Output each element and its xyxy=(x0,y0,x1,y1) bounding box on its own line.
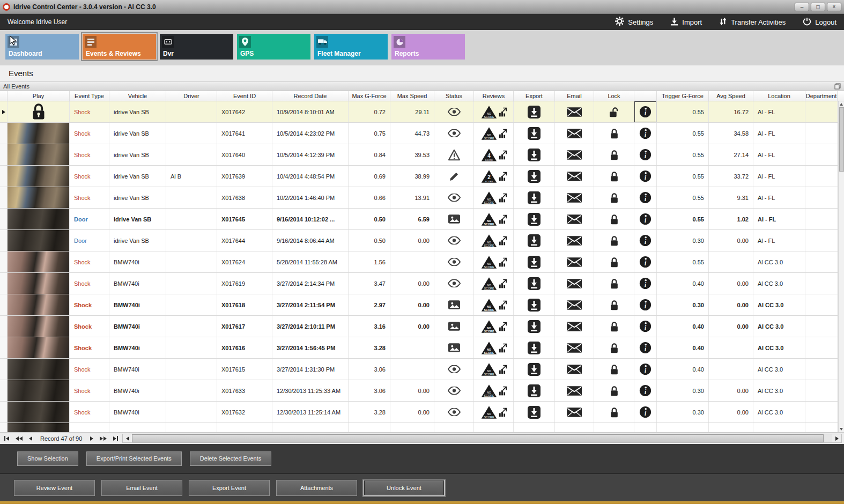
column-header-department[interactable]: Department xyxy=(805,91,838,101)
table-row[interactable]: ShockBMW740iX0176173/27/2014 2:10:11 PM3… xyxy=(0,316,844,337)
lock-cell[interactable] xyxy=(594,359,634,380)
column-header-event-type[interactable]: Event Type xyxy=(70,91,109,101)
info-cell[interactable]: i xyxy=(634,359,657,380)
email-cell[interactable] xyxy=(555,123,594,144)
status-cell[interactable] xyxy=(434,316,474,337)
export-cell[interactable] xyxy=(514,101,555,122)
status-cell[interactable] xyxy=(434,166,474,187)
expand-panel-icon[interactable] xyxy=(834,83,841,90)
unlock-event-button[interactable]: Unlock Event xyxy=(364,480,445,496)
email-cell[interactable] xyxy=(555,402,594,423)
info-cell[interactable]: i xyxy=(634,402,657,423)
lock-cell[interactable] xyxy=(594,101,634,122)
email-cell[interactable] xyxy=(555,359,594,380)
email-cell[interactable] xyxy=(555,316,594,337)
email-cell[interactable] xyxy=(555,337,594,358)
delete-selected-events-button[interactable]: Delete Selected Events xyxy=(190,451,271,466)
nav-tile-events[interactable]: Events & Reviews xyxy=(83,34,156,60)
reviews-cell[interactable]: NOSCORE xyxy=(474,380,514,401)
export-cell[interactable] xyxy=(514,166,555,187)
status-cell[interactable] xyxy=(434,359,474,380)
table-row[interactable]: Shockidrive Van SBX01763810/2/2014 1:46:… xyxy=(0,187,844,209)
column-header-event-id[interactable]: Event ID xyxy=(217,91,272,101)
reviews-cell[interactable]: NOSCORE xyxy=(474,402,514,423)
scroll-right-icon[interactable] xyxy=(832,434,841,442)
status-cell[interactable] xyxy=(434,123,474,144)
email-cell[interactable] xyxy=(555,423,594,432)
horizontal-scrollbar[interactable] xyxy=(122,434,842,443)
prev-record-button[interactable] xyxy=(26,435,35,442)
lock-cell[interactable] xyxy=(594,187,634,208)
event-play-cell[interactable] xyxy=(8,251,70,272)
table-row[interactable]: Dooridrive Van SBX0176459/16/2014 10:12:… xyxy=(0,209,844,230)
info-cell[interactable]: i xyxy=(634,380,657,401)
status-cell[interactable] xyxy=(434,380,474,401)
email-cell[interactable] xyxy=(555,273,594,294)
event-play-cell[interactable] xyxy=(8,123,70,144)
close-button[interactable]: × xyxy=(827,3,841,11)
lock-cell[interactable] xyxy=(594,166,634,187)
info-cell[interactable]: i xyxy=(634,316,657,337)
export-cell[interactable] xyxy=(514,230,555,251)
column-header-vehicle[interactable]: Vehicle xyxy=(109,91,166,101)
nav-tile-fleet[interactable]: Fleet Manager xyxy=(314,34,388,60)
column-header-lock[interactable]: Lock xyxy=(594,91,634,101)
vertical-scroll-thumb[interactable] xyxy=(839,107,844,172)
export-cell[interactable] xyxy=(514,251,555,272)
column-header-status[interactable]: Status xyxy=(434,91,474,101)
email-cell[interactable] xyxy=(555,166,594,187)
column-header-driver[interactable]: Driver xyxy=(166,91,217,101)
next-page-button[interactable] xyxy=(97,435,109,442)
email-cell[interactable] xyxy=(555,101,594,122)
email-cell[interactable] xyxy=(555,209,594,229)
status-cell[interactable] xyxy=(434,337,474,358)
column-header-reviews[interactable]: Reviews xyxy=(474,91,514,101)
export-cell[interactable] xyxy=(514,273,555,294)
table-row[interactable]: ShockBMW740iX01763312/30/2013 11:25:33 A… xyxy=(0,380,844,402)
all-events-panel-header[interactable]: All Events xyxy=(0,81,844,91)
status-cell[interactable] xyxy=(434,423,474,432)
lock-cell[interactable] xyxy=(594,423,634,432)
export-cell[interactable] xyxy=(514,380,555,401)
export-cell[interactable] xyxy=(514,187,555,208)
status-cell[interactable] xyxy=(434,209,474,229)
event-play-cell[interactable] xyxy=(8,337,70,358)
event-play-cell[interactable] xyxy=(8,294,70,315)
lock-cell[interactable] xyxy=(594,251,634,272)
table-row[interactable]: ShockBMW740iX0176183/27/2014 2:11:54 PM2… xyxy=(0,294,844,316)
event-play-cell[interactable] xyxy=(8,144,70,165)
email-cell[interactable] xyxy=(555,187,594,208)
scroll-up-icon[interactable] xyxy=(840,101,843,107)
info-cell[interactable]: i xyxy=(634,101,657,122)
status-cell[interactable] xyxy=(434,251,474,272)
table-row[interactable]: Shockidrive Van SBX01764210/9/2014 8:10:… xyxy=(0,101,844,123)
column-header-max-g-force[interactable]: Max G-Force xyxy=(349,91,390,101)
info-cell[interactable]: i xyxy=(634,187,657,208)
email-cell[interactable] xyxy=(555,230,594,251)
email-cell[interactable] xyxy=(555,251,594,272)
export-event-button[interactable]: Export Event xyxy=(189,480,270,496)
info-cell[interactable]: i xyxy=(634,294,657,315)
nav-tile-reports[interactable]: Reports xyxy=(391,34,465,60)
export-cell[interactable] xyxy=(514,123,555,144)
info-cell[interactable]: i xyxy=(634,251,657,272)
info-cell[interactable]: i xyxy=(634,166,657,187)
next-record-button[interactable] xyxy=(87,435,96,442)
table-row[interactable] xyxy=(0,423,844,432)
reviews-cell[interactable]: NOSCORE xyxy=(474,101,514,122)
review-event-button[interactable]: Review Event xyxy=(14,480,95,496)
info-cell[interactable]: i xyxy=(634,337,657,358)
nav-tile-dvr[interactable]: Dvr xyxy=(160,34,233,60)
first-record-button[interactable] xyxy=(2,434,12,442)
table-row[interactable]: ShockBMW740iX0176193/27/2014 2:14:34 PM3… xyxy=(0,273,844,294)
scroll-down-icon[interactable] xyxy=(840,426,843,432)
reviews-cell[interactable] xyxy=(474,423,514,432)
status-cell[interactable] xyxy=(434,273,474,294)
table-row[interactable]: ShockBMW740iX0176245/28/2014 11:55:28 AM… xyxy=(0,251,844,273)
column-header-location[interactable]: Location xyxy=(753,91,805,101)
info-cell[interactable]: i xyxy=(634,209,657,229)
prev-page-button[interactable] xyxy=(13,435,25,442)
lock-cell[interactable] xyxy=(594,209,634,229)
email-event-button[interactable]: Email Event xyxy=(101,480,182,496)
reviews-cell[interactable]: NOSCORE xyxy=(474,187,514,208)
